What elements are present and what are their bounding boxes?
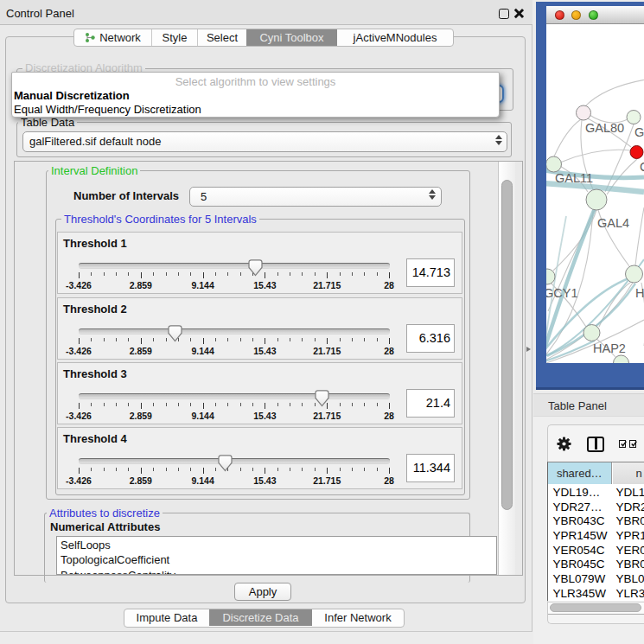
svg-text:H: H: [635, 286, 644, 300]
svg-text:C: C: [640, 160, 644, 174]
svg-text:GAL80: GAL80: [585, 121, 624, 135]
svg-text:GCY1: GCY1: [546, 286, 578, 300]
svg-text:GA: GA: [634, 125, 644, 139]
svg-text:GAL11: GAL11: [555, 171, 593, 185]
svg-text:HAP2: HAP2: [593, 341, 626, 355]
svg-text:GAL4: GAL4: [597, 216, 629, 230]
